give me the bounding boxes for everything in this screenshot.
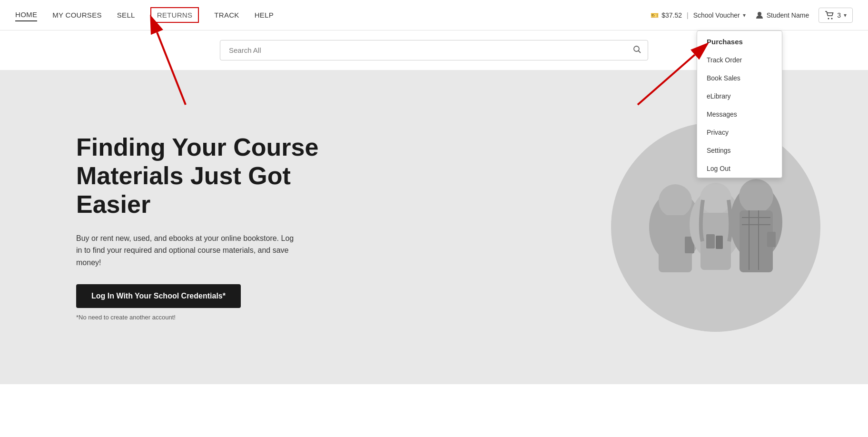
dropdown-item-book-sales[interactable]: Book Sales [697, 69, 782, 87]
nav-item-my-courses[interactable]: MY COURSES [52, 9, 102, 21]
no-account-note: *No need to create another account! [76, 314, 324, 321]
svg-point-2 [831, 18, 833, 19]
dropdown-item-messages[interactable]: Messages [697, 105, 782, 123]
svg-rect-18 [716, 236, 723, 249]
search-icon [633, 45, 641, 54]
svg-point-20 [739, 179, 773, 213]
cart-chevron-icon: ▾ [844, 12, 847, 19]
nav-item-track[interactable]: TRACK [214, 9, 239, 21]
header: HOME MY COURSES SELL RETURNS TRACK HELP … [0, 0, 868, 30]
svg-point-11 [659, 184, 692, 218]
svg-rect-26 [767, 232, 776, 247]
nav-right: 🎫 $37.52 | School Voucher ▾ Student Name… [651, 8, 853, 23]
dropdown-item-log-out[interactable]: Log Out [697, 159, 782, 178]
svg-point-0 [758, 12, 761, 16]
login-button[interactable]: Log In With Your School Credentials* [76, 284, 241, 308]
user-dropdown-menu: Purchases Track Order Book Sales eLibrar… [697, 30, 782, 178]
search-input[interactable] [220, 40, 648, 60]
dropdown-item-elibrary[interactable]: eLibrary [697, 87, 782, 105]
voucher-amount: $37.52 [661, 11, 682, 19]
voucher-icon: 🎫 [651, 11, 659, 19]
dropdown-item-privacy[interactable]: Privacy [697, 123, 782, 141]
student-name-label: Student Name [767, 11, 809, 19]
nav-item-home[interactable]: HOME [15, 9, 37, 21]
nav-item-help[interactable]: HELP [255, 9, 274, 21]
dropdown-item-settings[interactable]: Settings [697, 141, 782, 159]
cart-icon [825, 11, 834, 20]
svg-rect-17 [706, 234, 715, 248]
hero-text: Finding Your Course Materials Just Got E… [76, 133, 324, 320]
dropdown-item-purchases[interactable]: Purchases [697, 31, 782, 51]
svg-point-15 [700, 183, 731, 214]
person-icon [755, 11, 764, 20]
search-container [220, 40, 648, 60]
svg-line-4 [639, 50, 641, 53]
voucher-divider: | [687, 11, 689, 19]
cart-count: 3 [837, 11, 841, 19]
nav-item-sell[interactable]: SELL [117, 9, 135, 21]
hero-description: Buy or rent new, used, and ebooks at you… [76, 232, 295, 269]
nav-item-returns[interactable]: RETURNS [150, 7, 199, 23]
voucher-info[interactable]: 🎫 $37.52 | School Voucher ▾ [651, 11, 746, 19]
student-name[interactable]: Student Name [755, 11, 809, 20]
search-button[interactable] [633, 45, 641, 56]
cart-button[interactable]: 3 ▾ [819, 8, 853, 23]
voucher-label: School Voucher [693, 11, 740, 19]
voucher-chevron-icon: ▾ [743, 12, 746, 19]
hero-title: Finding Your Course Materials Just Got E… [76, 133, 324, 218]
nav-left: HOME MY COURSES SELL RETURNS TRACK HELP [15, 7, 274, 23]
svg-point-1 [828, 18, 829, 19]
svg-point-3 [634, 46, 639, 51]
dropdown-item-track-order[interactable]: Track Order [697, 51, 782, 69]
